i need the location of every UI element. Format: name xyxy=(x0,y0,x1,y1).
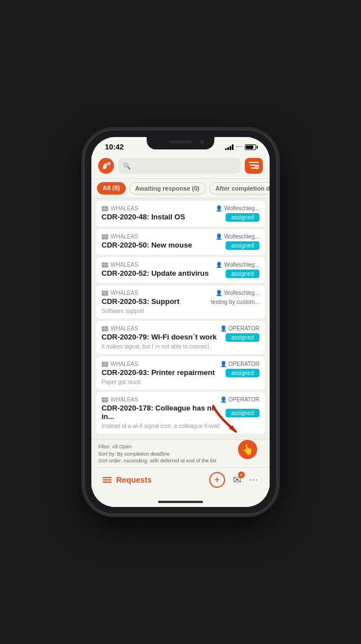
request-title: CDR-2020-178: Colleague has no in... xyxy=(102,404,226,421)
request-item[interactable]: WHALEAS 👤 Wolfeschleg... CDR-2020-50: Ne… xyxy=(96,229,265,255)
status-badge: assigned xyxy=(226,409,259,417)
request-assignee: 👤 Wolfeschleg... xyxy=(215,205,259,211)
svg-point-1 xyxy=(107,162,111,165)
org-icon xyxy=(102,326,108,332)
request-org: WHALEAS xyxy=(102,396,138,403)
request-meta: WHALEAS 👤 Wolfeschleg... xyxy=(102,205,259,211)
org-icon xyxy=(102,234,108,240)
status-time: 10:42 xyxy=(105,143,124,151)
request-assignee: 👤 OPERATOR xyxy=(220,325,259,332)
notch xyxy=(147,137,214,149)
request-item[interactable]: WHALEAS 👤 OPERATOR CDR-2020-93: Printer … xyxy=(96,356,265,390)
org-icon xyxy=(102,361,108,367)
request-meta: WHALEAS 👤 Wolfeschleg... xyxy=(102,262,259,268)
svg-rect-2 xyxy=(249,162,259,163)
search-icon: 🔍 xyxy=(123,162,131,170)
touch-indicator: 👆 xyxy=(238,440,257,459)
speaker xyxy=(169,140,192,143)
request-title: CDR-2020-53: Support xyxy=(102,297,179,306)
home-indicator xyxy=(91,497,270,507)
requests-list: WHALEAS 👤 Wolfeschleg... CDR-2020-48: In… xyxy=(91,199,270,439)
request-assignee: 👤 Wolfeschleg... xyxy=(215,233,259,240)
status-badge: assigned xyxy=(226,270,259,278)
request-item[interactable]: WHALEAS 👤 Wolfeschleg... CDR-2020-48: In… xyxy=(96,201,265,227)
tab-deadline[interactable]: After completion deadline (0 xyxy=(209,182,270,195)
request-description: Paper got stuck. xyxy=(102,379,259,385)
request-assignee: 👤 OPERATOR xyxy=(220,396,259,403)
touch-hand-icon: 👆 xyxy=(241,443,254,456)
more-options-button[interactable]: ··· xyxy=(249,475,258,485)
app-header: 🔍 xyxy=(91,153,270,179)
tab-awaiting[interactable]: Awaiting response (0) xyxy=(129,182,206,195)
request-title: CDR-2020-93: Printer repairment xyxy=(102,368,215,377)
request-item[interactable]: WHALEAS 👤 OPERATOR CDR-2020-79: Wi-Fi do… xyxy=(96,321,265,354)
request-meta: WHALEAS 👤 Wolfeschleg... xyxy=(102,290,259,296)
request-description: Software support xyxy=(102,308,259,314)
status-icons: ⋅⋅⋅ xyxy=(225,143,256,151)
request-item[interactable]: WHALEAS 👤 OPERATOR CDR-2020-178: Colleag… xyxy=(96,392,265,434)
notification-badge: 0 xyxy=(238,471,245,478)
org-icon xyxy=(102,206,108,211)
app-logo xyxy=(98,158,114,174)
wifi-icon: ⋅⋅⋅ xyxy=(236,143,243,151)
request-title: CDR-2020-48: Install OS xyxy=(102,213,185,221)
bottom-nav: Requests + ✉ 0 ··· xyxy=(91,467,270,497)
request-org: WHALEAS xyxy=(102,205,138,211)
request-title: CDR-2020-79: Wi-Fi doesn´t work xyxy=(102,333,217,341)
request-org: WHALEAS xyxy=(102,262,138,268)
filter-button[interactable] xyxy=(245,158,263,174)
request-meta: WHALEAS 👤 OPERATOR xyxy=(102,325,259,332)
request-assignee: 👤 OPERATOR xyxy=(220,361,259,367)
search-bar[interactable]: 🔍 xyxy=(118,158,240,174)
status-text: testing by custom... xyxy=(211,299,259,305)
request-title: CDR-2020-52: Update antivirus xyxy=(102,269,209,277)
status-badge: assigned xyxy=(226,333,259,342)
battery-icon xyxy=(245,144,256,150)
org-icon xyxy=(102,262,108,268)
home-bar xyxy=(158,501,203,503)
status-badge: assigned xyxy=(226,241,259,250)
signal-icon xyxy=(225,144,234,150)
request-meta: WHALEAS 👤 OPERATOR xyxy=(102,396,259,403)
request-assignee: 👤 Wolfeschleg... xyxy=(215,290,259,296)
nav-menu[interactable]: Requests xyxy=(103,475,152,484)
filter-icon xyxy=(249,162,259,170)
request-title: CDR-2020-50: New mouse xyxy=(102,241,192,249)
front-camera xyxy=(200,140,204,144)
request-description: It makes signal, but I´m not able to con… xyxy=(102,343,259,350)
notifications-button[interactable]: ✉ 0 xyxy=(233,474,241,486)
request-org: WHALEAS xyxy=(102,290,138,296)
status-badge: assigned xyxy=(226,369,259,377)
filter-tabs: All (8) Awaiting response (0) After comp… xyxy=(91,179,270,199)
org-icon xyxy=(102,290,108,296)
request-assignee: 👤 Wolfeschleg... xyxy=(215,262,259,268)
nav-actions: + ✉ 0 ··· xyxy=(209,472,258,488)
hamburger-icon xyxy=(103,477,112,483)
request-org: WHALEAS xyxy=(102,325,138,332)
request-org: WHALEAS xyxy=(102,361,138,367)
status-badge: assigned xyxy=(226,213,259,222)
request-org: WHALEAS xyxy=(102,233,138,240)
tab-all[interactable]: All (8) xyxy=(97,182,126,195)
request-meta: WHALEAS 👤 OPERATOR xyxy=(102,361,259,367)
nav-title: Requests xyxy=(116,475,152,484)
filter-info-line3: Sort order: Ascending, with deferred at … xyxy=(98,457,263,465)
request-item[interactable]: WHALEAS 👤 Wolfeschleg... CDR-2020-52: Up… xyxy=(96,257,265,283)
org-icon xyxy=(102,397,108,403)
request-description: Instead of a wi-fi signal icon, a collea… xyxy=(102,423,259,429)
request-item[interactable]: WHALEAS 👤 Wolfeschleg... CDR-2020-53: Su… xyxy=(96,285,265,319)
request-meta: WHALEAS 👤 Wolfeschleg... xyxy=(102,233,259,240)
add-request-button[interactable]: + xyxy=(209,472,225,488)
